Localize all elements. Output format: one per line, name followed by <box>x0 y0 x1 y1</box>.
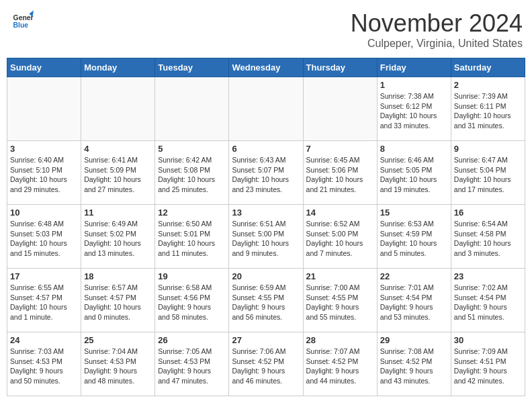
day-info: Sunrise: 6:41 AM Sunset: 5:09 PM Dayligh… <box>84 155 152 195</box>
day-number: 1 <box>380 80 448 90</box>
day-info: Sunrise: 7:03 AM Sunset: 4:53 PM Dayligh… <box>10 347 78 386</box>
day-info: Sunrise: 6:51 AM Sunset: 5:00 PM Dayligh… <box>232 219 300 259</box>
calendar-cell: 10Sunrise: 6:48 AM Sunset: 5:03 PM Dayli… <box>7 205 81 269</box>
calendar-cell: 2Sunrise: 7:39 AM Sunset: 6:11 PM Daylig… <box>451 77 525 141</box>
day-number: 24 <box>10 335 78 345</box>
day-info: Sunrise: 6:57 AM Sunset: 4:57 PM Dayligh… <box>84 283 152 322</box>
calendar-cell: 20Sunrise: 6:59 AM Sunset: 4:55 PM Dayli… <box>229 269 303 332</box>
day-info: Sunrise: 7:07 AM Sunset: 4:52 PM Dayligh… <box>306 347 374 386</box>
day-number: 29 <box>380 335 448 345</box>
day-info: Sunrise: 6:52 AM Sunset: 5:00 PM Dayligh… <box>306 219 374 259</box>
day-number: 21 <box>306 271 374 281</box>
calendar-cell: 28Sunrise: 7:07 AM Sunset: 4:52 PM Dayli… <box>303 332 377 396</box>
day-info: Sunrise: 7:00 AM Sunset: 4:55 PM Dayligh… <box>306 283 374 322</box>
day-number: 3 <box>10 144 78 154</box>
day-info: Sunrise: 7:08 AM Sunset: 4:52 PM Dayligh… <box>380 347 448 386</box>
day-number: 20 <box>232 271 300 281</box>
calendar-cell: 8Sunrise: 6:46 AM Sunset: 5:05 PM Daylig… <box>377 141 451 205</box>
calendar-cell: 17Sunrise: 6:55 AM Sunset: 4:57 PM Dayli… <box>7 269 81 332</box>
day-info: Sunrise: 7:04 AM Sunset: 4:53 PM Dayligh… <box>84 347 152 386</box>
day-number: 26 <box>158 335 226 345</box>
weekday-header-friday: Friday <box>377 58 451 77</box>
calendar-cell: 3Sunrise: 6:40 AM Sunset: 5:10 PM Daylig… <box>7 141 81 205</box>
calendar-cell: 24Sunrise: 7:03 AM Sunset: 4:53 PM Dayli… <box>7 332 81 396</box>
day-number: 30 <box>454 335 522 345</box>
day-info: Sunrise: 7:02 AM Sunset: 4:54 PM Dayligh… <box>454 283 522 322</box>
calendar-cell: 27Sunrise: 7:06 AM Sunset: 4:52 PM Dayli… <box>229 332 303 396</box>
svg-text:General: General <box>13 14 34 21</box>
day-number: 15 <box>380 208 448 218</box>
day-number: 18 <box>84 271 152 281</box>
week-row-3: 17Sunrise: 6:55 AM Sunset: 4:57 PM Dayli… <box>7 269 525 332</box>
day-number: 27 <box>232 335 300 345</box>
calendar-cell: 11Sunrise: 6:49 AM Sunset: 5:02 PM Dayli… <box>81 205 155 269</box>
calendar-cell: 25Sunrise: 7:04 AM Sunset: 4:53 PM Dayli… <box>81 332 155 396</box>
day-number: 23 <box>454 271 522 281</box>
day-info: Sunrise: 6:48 AM Sunset: 5:03 PM Dayligh… <box>10 219 78 259</box>
day-number: 6 <box>232 144 300 154</box>
calendar-table: SundayMondayTuesdayWednesdayThursdayFrid… <box>7 58 525 396</box>
day-info: Sunrise: 6:54 AM Sunset: 4:58 PM Dayligh… <box>454 219 522 259</box>
calendar-cell: 16Sunrise: 6:54 AM Sunset: 4:58 PM Dayli… <box>451 205 525 269</box>
weekday-header-saturday: Saturday <box>451 58 525 77</box>
day-number: 7 <box>306 144 374 154</box>
day-number: 11 <box>84 208 152 218</box>
calendar-cell: 12Sunrise: 6:50 AM Sunset: 5:01 PM Dayli… <box>155 205 229 269</box>
calendar-cell: 9Sunrise: 6:47 AM Sunset: 5:04 PM Daylig… <box>451 141 525 205</box>
day-info: Sunrise: 7:38 AM Sunset: 6:12 PM Dayligh… <box>380 91 448 131</box>
day-number: 10 <box>10 208 78 218</box>
calendar-cell: 19Sunrise: 6:58 AM Sunset: 4:56 PM Dayli… <box>155 269 229 332</box>
day-number: 28 <box>306 335 374 345</box>
weekday-header-monday: Monday <box>81 58 155 77</box>
location: Culpeper, Virginia, United States <box>351 38 523 50</box>
week-row-2: 10Sunrise: 6:48 AM Sunset: 5:03 PM Dayli… <box>7 205 525 269</box>
month-title: November 2024 <box>351 9 523 38</box>
calendar-cell <box>81 77 155 141</box>
logo: General Blue <box>12 9 34 31</box>
week-row-0: 1Sunrise: 7:38 AM Sunset: 6:12 PM Daylig… <box>7 77 525 141</box>
day-info: Sunrise: 7:05 AM Sunset: 4:53 PM Dayligh… <box>158 347 226 386</box>
day-number: 5 <box>158 144 226 154</box>
day-info: Sunrise: 7:06 AM Sunset: 4:52 PM Dayligh… <box>232 347 300 386</box>
day-number: 17 <box>10 271 78 281</box>
weekday-header-row: SundayMondayTuesdayWednesdayThursdayFrid… <box>7 58 525 77</box>
day-number: 25 <box>84 335 152 345</box>
calendar-cell: 14Sunrise: 6:52 AM Sunset: 5:00 PM Dayli… <box>303 205 377 269</box>
calendar-cell: 22Sunrise: 7:01 AM Sunset: 4:54 PM Dayli… <box>377 269 451 332</box>
day-number: 12 <box>158 208 226 218</box>
day-info: Sunrise: 6:55 AM Sunset: 4:57 PM Dayligh… <box>10 283 78 322</box>
day-number: 2 <box>454 80 522 90</box>
calendar-cell: 23Sunrise: 7:02 AM Sunset: 4:54 PM Dayli… <box>451 269 525 332</box>
day-info: Sunrise: 7:39 AM Sunset: 6:11 PM Dayligh… <box>454 91 522 131</box>
calendar-cell: 15Sunrise: 6:53 AM Sunset: 4:59 PM Dayli… <box>377 205 451 269</box>
calendar-cell <box>7 77 81 141</box>
calendar-cell: 13Sunrise: 6:51 AM Sunset: 5:00 PM Dayli… <box>229 205 303 269</box>
day-number: 19 <box>158 271 226 281</box>
day-number: 14 <box>306 208 374 218</box>
weekday-header-thursday: Thursday <box>303 58 377 77</box>
calendar-cell: 1Sunrise: 7:38 AM Sunset: 6:12 PM Daylig… <box>377 77 451 141</box>
calendar-cell: 30Sunrise: 7:09 AM Sunset: 4:51 PM Dayli… <box>451 332 525 396</box>
day-info: Sunrise: 7:09 AM Sunset: 4:51 PM Dayligh… <box>454 347 522 386</box>
day-info: Sunrise: 6:46 AM Sunset: 5:05 PM Dayligh… <box>380 155 448 195</box>
day-info: Sunrise: 7:01 AM Sunset: 4:54 PM Dayligh… <box>380 283 448 322</box>
day-number: 13 <box>232 208 300 218</box>
calendar-cell: 26Sunrise: 7:05 AM Sunset: 4:53 PM Dayli… <box>155 332 229 396</box>
logo-icon: General Blue <box>12 9 34 31</box>
calendar-cell <box>229 77 303 141</box>
title-block: November 2024 Culpeper, Virginia, United… <box>351 9 523 50</box>
day-info: Sunrise: 6:47 AM Sunset: 5:04 PM Dayligh… <box>454 155 522 195</box>
day-info: Sunrise: 6:43 AM Sunset: 5:07 PM Dayligh… <box>232 155 300 195</box>
calendar-cell: 6Sunrise: 6:43 AM Sunset: 5:07 PM Daylig… <box>229 141 303 205</box>
day-info: Sunrise: 6:50 AM Sunset: 5:01 PM Dayligh… <box>158 219 226 259</box>
calendar-cell <box>155 77 229 141</box>
day-number: 16 <box>454 208 522 218</box>
day-number: 8 <box>380 144 448 154</box>
week-row-1: 3Sunrise: 6:40 AM Sunset: 5:10 PM Daylig… <box>7 141 525 205</box>
calendar-cell: 4Sunrise: 6:41 AM Sunset: 5:09 PM Daylig… <box>81 141 155 205</box>
week-row-4: 24Sunrise: 7:03 AM Sunset: 4:53 PM Dayli… <box>7 332 525 396</box>
day-info: Sunrise: 6:59 AM Sunset: 4:55 PM Dayligh… <box>232 283 300 322</box>
weekday-header-tuesday: Tuesday <box>155 58 229 77</box>
svg-text:Blue: Blue <box>13 21 29 29</box>
calendar-cell <box>303 77 377 141</box>
